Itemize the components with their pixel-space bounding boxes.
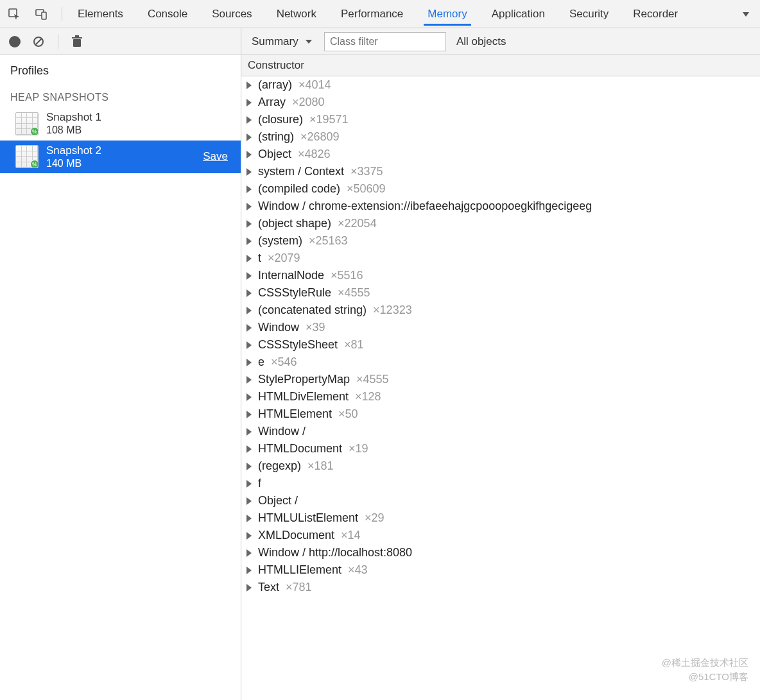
constructor-row[interactable]: Window / http://localhost:8080 — [241, 544, 760, 561]
expand-triangle-icon[interactable] — [246, 220, 252, 228]
tab-elements[interactable]: Elements — [74, 2, 127, 26]
constructor-name: InternalNode — [258, 269, 324, 282]
constructor-row[interactable]: Object / — [241, 492, 760, 509]
constructor-row[interactable]: (object shape)×22054 — [241, 215, 760, 232]
device-toggle-icon[interactable] — [32, 5, 50, 23]
expand-triangle-icon[interactable] — [246, 376, 252, 384]
constructor-name: HTMLDocument — [258, 442, 342, 456]
class-filter-input[interactable] — [324, 32, 446, 51]
constructor-count: ×43 — [348, 563, 368, 577]
constructor-row[interactable]: HTMLDivElement×128 — [241, 388, 760, 405]
constructor-row[interactable]: HTMLDocument×19 — [241, 440, 760, 457]
constructor-row[interactable]: Window / — [241, 423, 760, 440]
svg-rect-6 — [75, 35, 79, 37]
expand-triangle-icon[interactable] — [246, 185, 252, 193]
constructor-row[interactable]: XMLDocument×14 — [241, 527, 760, 544]
constructor-count: ×181 — [307, 459, 334, 473]
constructor-row[interactable]: (array)×4014 — [241, 76, 760, 94]
clear-icon[interactable] — [32, 35, 45, 48]
tab-performance[interactable]: Performance — [337, 2, 407, 26]
constructor-row[interactable]: (closure)×19571 — [241, 111, 760, 128]
constructor-row[interactable]: CSSStyleRule×4555 — [241, 284, 760, 302]
expand-triangle-icon[interactable] — [246, 272, 252, 280]
expand-triangle-icon[interactable] — [246, 99, 252, 107]
expand-triangle-icon[interactable] — [246, 480, 252, 488]
snapshot-size: 108 MB — [46, 124, 101, 136]
recorder-overflow-icon[interactable] — [737, 5, 755, 23]
constructor-count: ×4555 — [356, 373, 389, 386]
constructor-row[interactable]: (concatenated string)×12323 — [241, 302, 760, 319]
save-snapshot-link[interactable]: Save — [203, 150, 234, 163]
constructor-count: ×50 — [338, 407, 358, 421]
constructor-count: ×546 — [271, 355, 297, 369]
expand-triangle-icon[interactable] — [246, 307, 252, 314]
tab-console[interactable]: Console — [144, 2, 191, 26]
constructor-row[interactable]: (string)×26809 — [241, 128, 760, 146]
snapshot-item[interactable]: %Snapshot 1108 MB — [0, 107, 241, 141]
tab-security[interactable]: Security — [566, 2, 612, 26]
expand-triangle-icon[interactable] — [246, 359, 252, 366]
constructor-row[interactable]: (system)×25163 — [241, 232, 760, 250]
expand-triangle-icon[interactable] — [246, 255, 252, 262]
expand-triangle-icon[interactable] — [246, 203, 252, 210]
expand-triangle-icon[interactable] — [246, 463, 252, 470]
tab-sources[interactable]: Sources — [208, 2, 255, 26]
constructor-column-header[interactable]: Constructor — [241, 55, 760, 76]
expand-triangle-icon[interactable] — [246, 445, 252, 453]
record-button[interactable] — [9, 36, 21, 47]
tab-application[interactable]: Application — [488, 2, 549, 26]
constructor-row[interactable]: (compiled code)×50609 — [241, 180, 760, 198]
constructor-row[interactable]: Window×39 — [241, 319, 760, 336]
constructor-row[interactable]: Object×4826 — [241, 146, 760, 163]
constructor-row[interactable]: StylePropertyMap×4555 — [241, 371, 760, 388]
constructor-row[interactable]: f — [241, 475, 760, 492]
expand-triangle-icon[interactable] — [246, 116, 252, 124]
expand-triangle-icon[interactable] — [246, 567, 252, 574]
constructor-name: system / Context — [258, 165, 344, 178]
constructor-name: HTMLUListElement — [258, 511, 358, 525]
constructor-row[interactable]: (regexp)×181 — [241, 457, 760, 475]
expand-triangle-icon[interactable] — [246, 341, 252, 349]
expand-triangle-icon[interactable] — [246, 515, 252, 522]
expand-triangle-icon[interactable] — [246, 168, 252, 176]
expand-triangle-icon[interactable] — [246, 411, 252, 418]
constructor-row[interactable]: Window / chrome-extension://ibefaeehajgc… — [241, 198, 760, 215]
expand-triangle-icon[interactable] — [246, 324, 252, 332]
constructor-row[interactable]: system / Context×3375 — [241, 163, 760, 180]
tab-recorder[interactable]: Recorder — [629, 2, 682, 26]
scope-select[interactable]: All objects — [454, 33, 508, 51]
inspect-element-icon[interactable] — [5, 5, 23, 23]
snapshot-name: Snapshot 1 — [46, 111, 101, 124]
constructor-row[interactable]: HTMLLIElement×43 — [241, 561, 760, 579]
constructor-row[interactable]: Text×781 — [241, 579, 760, 596]
constructor-row[interactable]: HTMLElement×50 — [241, 405, 760, 423]
delete-icon[interactable] — [71, 35, 83, 48]
expand-triangle-icon[interactable] — [246, 289, 252, 297]
constructor-name: (regexp) — [258, 459, 301, 473]
expand-triangle-icon[interactable] — [246, 237, 252, 245]
expand-triangle-icon[interactable] — [246, 584, 252, 592]
constructor-row[interactable]: InternalNode×5516 — [241, 267, 760, 284]
constructor-row[interactable]: Array×2080 — [241, 94, 760, 111]
svg-rect-2 — [42, 12, 46, 19]
constructor-row[interactable]: e×546 — [241, 354, 760, 371]
expand-triangle-icon[interactable] — [246, 393, 252, 401]
svg-rect-4 — [73, 39, 81, 47]
constructor-name: CSSStyleSheet — [258, 338, 338, 352]
expand-triangle-icon[interactable] — [246, 81, 252, 89]
constructor-count: ×5516 — [331, 269, 363, 282]
view-select[interactable]: Summary — [248, 33, 316, 50]
tab-network[interactable]: Network — [273, 2, 320, 26]
expand-triangle-icon[interactable] — [246, 549, 252, 557]
separator — [62, 7, 62, 21]
constructor-row[interactable]: HTMLUListElement×29 — [241, 509, 760, 527]
constructor-row[interactable]: CSSStyleSheet×81 — [241, 336, 760, 354]
tab-memory[interactable]: Memory — [424, 2, 471, 26]
constructor-row[interactable]: t×2079 — [241, 250, 760, 267]
expand-triangle-icon[interactable] — [246, 532, 252, 540]
expand-triangle-icon[interactable] — [246, 428, 252, 436]
snapshot-item[interactable]: %Snapshot 2140 MBSave — [0, 141, 241, 174]
expand-triangle-icon[interactable] — [246, 497, 252, 505]
expand-triangle-icon[interactable] — [246, 133, 252, 141]
expand-triangle-icon[interactable] — [246, 151, 252, 158]
